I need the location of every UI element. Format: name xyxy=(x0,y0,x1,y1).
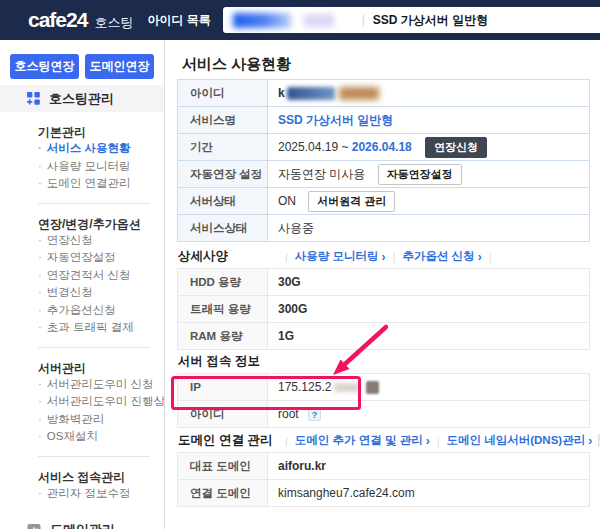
redacted-ip-blur-2 xyxy=(366,381,379,394)
autorenew-setting-button[interactable]: 자동연장설정 xyxy=(378,164,462,185)
separator: | xyxy=(489,251,492,263)
sidebar-item-extend-quote[interactable]: 연장견적서 신청 xyxy=(38,267,164,285)
sidebar-section-title: 연장/변경/추가옵션 xyxy=(38,216,164,232)
sidebar-section-title: 서비스 접속관리 xyxy=(38,469,164,485)
id-value-cell: k xyxy=(268,80,590,107)
table-row: 서버상태 ON 서버원격 관리 xyxy=(178,188,590,215)
domain-section-header: 도메인 연결 관리 | 도메인 추가 연결 및 관리 › | 도메인 네임서버(… xyxy=(178,431,590,450)
chevron-right-icon[interactable]: › xyxy=(478,250,482,264)
row-label: 대표 도메인 xyxy=(178,453,268,480)
server-state-cell: ON 서버원격 관리 xyxy=(268,188,590,215)
cafe24-logo[interactable]: cafe24 호스팅 xyxy=(28,8,133,32)
service-state-value: 사용중 xyxy=(278,221,314,235)
top-header-bar: cafe24 호스팅 아이디 목록 | SSD 가상서버 일반형 xyxy=(0,0,600,40)
server-remote-button[interactable]: 서버원격 관리 xyxy=(308,191,395,212)
row-label: 트래픽 용량 xyxy=(178,296,268,323)
sidebar-item-service-usage[interactable]: 서비스 사용현황 xyxy=(38,140,164,158)
sidebar-item-admin-info-edit[interactable]: 관리자 정보수정 xyxy=(38,485,164,503)
sidebar-section-title: 서버관리 xyxy=(38,360,164,376)
period-cell: 2025.04.19 ~ 2026.04.18 연장신청 xyxy=(268,134,590,161)
row-label: RAM 용량 xyxy=(178,323,268,350)
logo-suffix: 호스팅 xyxy=(94,14,133,32)
sidebar-item-change-request[interactable]: 변경신청 xyxy=(38,284,164,302)
selected-service-name: SSD 가상서버 일반형 xyxy=(373,12,488,29)
sidebar-item-domain-connection[interactable]: 도메인 연결관리 xyxy=(38,175,164,193)
sidebar-item-os-reinstall[interactable]: OS재설치 xyxy=(38,428,164,446)
separator: | xyxy=(393,251,396,263)
addon-request-link[interactable]: 추가옵션 신청 xyxy=(402,249,474,264)
sidebar-item-hosting-management[interactable]: 호스팅관리 xyxy=(0,85,164,112)
period-start: 2025.04.19 ~ xyxy=(278,139,352,153)
table-row: 연결 도메인 kimsangheu7.cafe24.com xyxy=(178,480,590,507)
spec-table: HDD 용량 30G 트래픽 용량 300G RAM 용량 1G xyxy=(177,268,590,350)
sidebar-item-autorenew-setting[interactable]: 자동연장설정 xyxy=(38,249,164,267)
bottom-menu-label: 도메인관리 xyxy=(50,521,115,529)
separator: | xyxy=(437,435,440,447)
section-title: 서버 접속 정보 xyxy=(178,353,278,370)
service-usage-table: 아이디 k 서비스명 SSD 가상서버 일반형 기간 2025.04.19 ~ … xyxy=(177,79,590,242)
usage-monitoring-link[interactable]: 사용량 모니터링 xyxy=(295,249,379,264)
row-label: IP xyxy=(178,374,268,401)
row-label: 아이디 xyxy=(178,80,268,107)
logo-text: cafe24 xyxy=(28,8,87,32)
sidebar-item-addon-request[interactable]: 추가옵션신청 xyxy=(38,302,164,320)
row-label: HDD 용량 xyxy=(178,269,268,296)
extend-request-button[interactable]: 연장신청 xyxy=(425,137,487,158)
dns-management-link[interactable]: 도메인 네임서버(DNS)관리 xyxy=(447,433,586,448)
spec-section-header: 상세사양 | 사용량 모니터링 › | 추가옵션 신청 › | xyxy=(178,247,590,266)
server-access-section-header: 서버 접속 정보 xyxy=(178,352,590,371)
sidebar-item-extend-request[interactable]: 연장신청 xyxy=(38,232,164,250)
sidebar-section-access: 서비스 접속관리 관리자 정보수정 xyxy=(0,469,164,503)
account-value: root xyxy=(278,407,299,421)
chevron-right-icon[interactable]: › xyxy=(588,434,592,448)
sidebar-item-usage-monitoring[interactable]: 사용량 모니터링 xyxy=(38,158,164,176)
sidebar-root-label: 호스팅관리 xyxy=(49,90,114,108)
sidebar-item-excess-traffic[interactable]: 초과 트래픽 결제 xyxy=(38,319,164,337)
table-row: 트래픽 용량 300G xyxy=(178,296,590,323)
id-list-label: 아이디 목록 xyxy=(147,12,210,29)
sidebar-item-domain-management[interactable]: 도메인관리 xyxy=(0,521,164,529)
chevron-right-icon[interactable]: › xyxy=(426,434,430,448)
ip-cell: 175.125.2 xyxy=(268,374,590,401)
table-row: 기간 2025.04.19 ~ 2026.04.18 연장신청 xyxy=(178,134,590,161)
table-row: RAM 용량 1G xyxy=(178,323,590,350)
sidebar-buttons: 호스팅연장 도메인연장 xyxy=(0,54,164,79)
hdd-value: 30G xyxy=(268,269,590,296)
sidebar-item-firewall[interactable]: 방화벽관리 xyxy=(38,411,164,429)
row-label: 서비스명 xyxy=(178,107,268,134)
id-value: k xyxy=(278,86,285,100)
help-icon[interactable]: ? xyxy=(308,408,321,421)
redacted-ip-blur xyxy=(334,383,360,392)
separator: | xyxy=(285,435,288,447)
section-title: 도메인 연결 관리 xyxy=(178,432,278,449)
table-row: 아이디 root ? xyxy=(178,401,590,428)
row-label: 기간 xyxy=(178,134,268,161)
service-name-value: SSD 가상서버 일반형 xyxy=(278,113,393,127)
table-row: 서비스명 SSD 가상서버 일반형 xyxy=(178,107,590,134)
row-label: 자동연장 설정 xyxy=(178,161,268,188)
sidebar-section-extend: 연장/변경/추가옵션 연장신청 자동연장설정 연장견적서 신청 변경신청 추가옵… xyxy=(0,216,164,337)
domain-icon xyxy=(27,523,41,529)
apps-icon xyxy=(27,92,40,105)
main-content: 서비스 사용현황 아이디 k 서비스명 SSD 가상서버 일반형 기간 2025… xyxy=(166,40,600,529)
sidebar: 호스팅연장 도메인연장 호스팅관리 기본관리 서비스 사용현황 사용량 모니터링… xyxy=(0,40,165,529)
sidebar-divider xyxy=(38,203,150,204)
hosting-extend-button[interactable]: 호스팅연장 xyxy=(10,54,79,79)
sidebar-divider xyxy=(38,347,150,348)
service-id-selector[interactable]: | SSD 가상서버 일반형 xyxy=(223,7,600,33)
selector-separator: | xyxy=(362,13,365,27)
autorenew-value: 자동연장 미사용 xyxy=(278,166,365,180)
server-access-table: IP 175.125.2 아이디 root ? xyxy=(177,373,590,428)
section-title: 상세사양 xyxy=(178,248,278,265)
table-row-ip: IP 175.125.2 xyxy=(178,374,590,401)
domain-extend-button[interactable]: 도메인연장 xyxy=(85,54,154,79)
sidebar-item-server-helper-status[interactable]: 서버관리도우미 진행상황 xyxy=(38,393,164,411)
connected-domain-value: kimsangheu7.cafe24.com xyxy=(268,480,590,507)
row-label: 서비스상태 xyxy=(178,215,268,242)
table-row: HDD 용량 30G xyxy=(178,269,590,296)
page-title: 서비스 사용현황 xyxy=(182,56,590,72)
sidebar-item-server-helper-request[interactable]: 서버관리도우미 신청 xyxy=(38,376,164,394)
domain-add-connect-link[interactable]: 도메인 추가 연결 및 관리 xyxy=(295,433,423,448)
chevron-right-icon[interactable]: › xyxy=(382,250,386,264)
redacted-id-blur xyxy=(287,87,335,100)
